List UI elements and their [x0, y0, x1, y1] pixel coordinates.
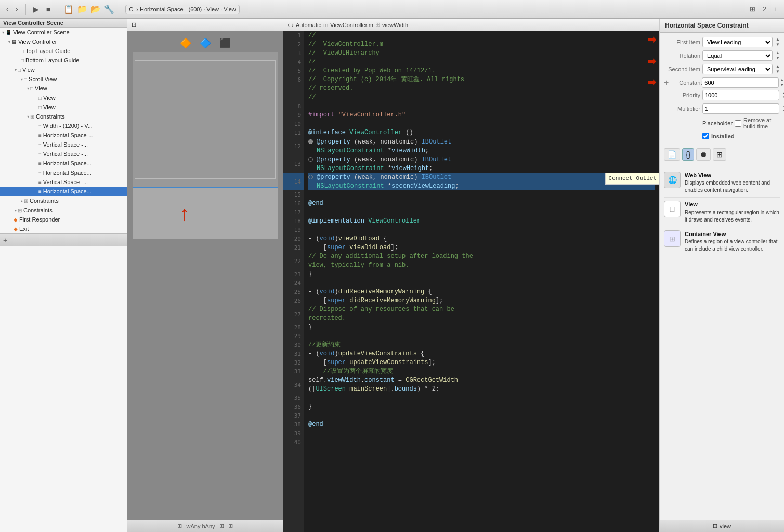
bottom-guide-icon: □ [21, 58, 24, 63]
run-button[interactable]: ▶ [31, 4, 41, 15]
dot-14 [308, 173, 317, 179]
sidebar-item-exit[interactable]: ◆ Exit [0, 224, 127, 233]
placeholder-checkbox[interactable] [735, 120, 741, 127]
relation-select[interactable]: Equal [702, 50, 773, 61]
constant-stepper[interactable]: ▲▼ [780, 77, 784, 88]
toolbar-separator-2 [58, 4, 58, 15]
add-constraint-button[interactable]: + [3, 236, 7, 244]
sidebar-item-view1[interactable]: □ View [0, 93, 127, 102]
second-item-stepper[interactable]: ▲▼ [776, 64, 780, 74]
code-forward-button[interactable]: › [292, 21, 294, 29]
sidebar-item-h-space-selected[interactable]: ≡ Horizontal Space... [0, 187, 127, 196]
multiplier-input[interactable] [702, 103, 779, 114]
main-toolbar: ‹ › ▶ ■ 📋 📁 📂 🔧 C. › Horizontal Space - … [0, 0, 784, 19]
source-icon: 🔧 [104, 4, 114, 14]
sidebar-item-v-space3[interactable]: ≡ Vertical Space -... [0, 177, 127, 187]
sidebar-item-scrollview[interactable]: ▾ □ Scroll View [0, 74, 127, 84]
library-tab-ui[interactable]: ⊞ [713, 148, 726, 161]
sidebar-item-constraints-group[interactable]: ▾ ⊞ Constraints [0, 112, 127, 121]
width-c-icon: ≡ [38, 123, 42, 129]
code-line-16: @end [308, 199, 655, 208]
code-panel: ‹ › Automatic m ViewController.m ⊞ viewW… [283, 19, 659, 532]
code-line-12: @property (weak, nonatomic) IBOutlet NSL… [308, 137, 655, 155]
library-tab-doc[interactable]: 📄 [664, 148, 680, 161]
sidebar-item-h-space1[interactable]: ≡ Horizontal Space-... [0, 131, 127, 140]
lib-item-webview[interactable]: 🌐 Web View Displays embedded web content… [664, 168, 780, 198]
second-item-select[interactable]: Superview.Leading [702, 64, 773, 74]
sidebar-item-inner-view[interactable]: ▾ □ View [0, 84, 127, 93]
sidebar-item-first-responder[interactable]: ◆ First Responder [0, 215, 127, 224]
dot-13 [308, 155, 317, 162]
red-arrow-3: ➡ [647, 76, 656, 88]
priority-input[interactable] [702, 90, 779, 100]
sidebar-item-h-space2[interactable]: ≡ Horizontal Space... [0, 159, 127, 168]
sidebar-item-v-space2[interactable]: ≡ Vertical Space -... [0, 149, 127, 159]
stop-button[interactable]: ■ [44, 4, 53, 15]
code-line-37 [308, 411, 655, 420]
code-line-9: #import "ViewController.h" [308, 111, 655, 120]
sidebar-item-view[interactable]: ▾ □ View [0, 65, 127, 74]
code-line-40 [308, 438, 655, 447]
ln-23: 23 [283, 270, 304, 279]
sidebar-item-vc[interactable]: ▾ 🖥 View Controller [0, 37, 127, 46]
ln-32: 32 [283, 358, 304, 367]
scroll-region [133, 52, 278, 187]
plus-row: + Constant ▲▼ [664, 77, 780, 88]
sidebar-item-constraints2[interactable]: ▸ ⊞ Constraints [0, 196, 127, 205]
lib-item-container[interactable]: ⊞ Container View Defines a region of a v… [664, 227, 780, 256]
first-item-stepper[interactable]: ▲▼ [776, 37, 780, 47]
first-item-label: First Item [664, 39, 700, 45]
fr-icon: ◆ [14, 217, 18, 223]
horizontal-guide-line [133, 187, 278, 188]
library-tab-media[interactable]: ⏺ [696, 148, 711, 161]
installed-row: Installed [664, 133, 780, 139]
ln-20: 20 [283, 235, 304, 243]
back-button[interactable]: ‹ [4, 4, 10, 14]
code-line-5: // Created by Pop Web on 14/12/1. [308, 67, 655, 75]
sidebar-item-scene[interactable]: ▾ 📱 View Controller Scene [0, 28, 127, 37]
sidebar-item-view2[interactable]: □ View [0, 102, 127, 112]
sidebar-item-constraints3[interactable]: ▸ ⊞ Constraints [0, 205, 127, 215]
code-text[interactable]: // // ViewController.m // ViewUIHierarch… [304, 31, 659, 532]
toolbar-separator-3 [120, 4, 120, 15]
code-line-20: - (void)viewDidLoad { [308, 235, 655, 243]
vs1-icon: ≡ [38, 142, 42, 148]
code-line-18: @implementation ViewController [308, 217, 655, 226]
library-tab-code[interactable]: {} [682, 148, 694, 161]
scroll-icon: □ [24, 76, 27, 82]
add-button[interactable]: + [772, 4, 780, 14]
sidebar-item-width[interactable]: ≡ Width - (1200) - V... [0, 121, 127, 131]
ln-37: 37 [283, 411, 304, 420]
priority-label: Priority [664, 92, 700, 98]
ln-28: 28 [283, 323, 304, 332]
ln-25: 25 [283, 288, 304, 296]
code-line-33: //设置为两个屏幕的宽度 [308, 367, 655, 376]
sidebar-item-v-space1[interactable]: ≡ Vertical Space -... [0, 140, 127, 149]
sidebar-item-bottom-guide[interactable]: □ Bottom Layout Guide [0, 56, 127, 65]
inspector-plus-icon[interactable]: + [664, 78, 669, 87]
version-control[interactable]: 2 [761, 4, 768, 14]
lib-item-view[interactable]: □ View Represents a rectangular region i… [664, 198, 780, 227]
sidebar-label-scrollview: Scroll View [29, 76, 57, 82]
code-line-15 [308, 190, 655, 199]
first-item-select[interactable]: View.Leading [702, 37, 773, 47]
automatic-label: Automatic [296, 22, 321, 28]
code-editor[interactable]: 1 2 3 4 5 6 8 9 10 11 12 13 14 15 16 17 … [283, 31, 659, 532]
relation-stepper[interactable]: ▲▼ [776, 50, 780, 61]
size-label: wAny hAny [186, 523, 215, 529]
sidebar-item-h-space3[interactable]: ≡ Horizontal Space... [0, 168, 127, 177]
sidebar-label-scene: View Controller Scene [13, 29, 70, 35]
sidebar-label-top-guide: Top Layout Guide [25, 48, 70, 54]
arrow-icon: ▾ [2, 30, 4, 35]
code-14-text: @property (weak, nonatomic) IBOutlet NSL… [317, 173, 459, 191]
sidebar-label-view1: View [43, 95, 56, 101]
sidebar-label-hspace1: Horizontal Space-... [43, 132, 94, 138]
constant-input[interactable] [702, 77, 779, 88]
second-item-row: Second Item Superview.Leading ▲▼ [664, 64, 780, 74]
webview-text: Web View Displays embedded web content a… [685, 172, 780, 194]
installed-checkbox[interactable] [702, 133, 709, 139]
sidebar-item-top-guide[interactable]: □ Top Layout Guide [0, 46, 127, 56]
forward-button[interactable]: › [14, 4, 20, 14]
code-back-button[interactable]: ‹ [288, 21, 290, 29]
layout-toggle[interactable]: ⊞ [748, 4, 757, 14]
